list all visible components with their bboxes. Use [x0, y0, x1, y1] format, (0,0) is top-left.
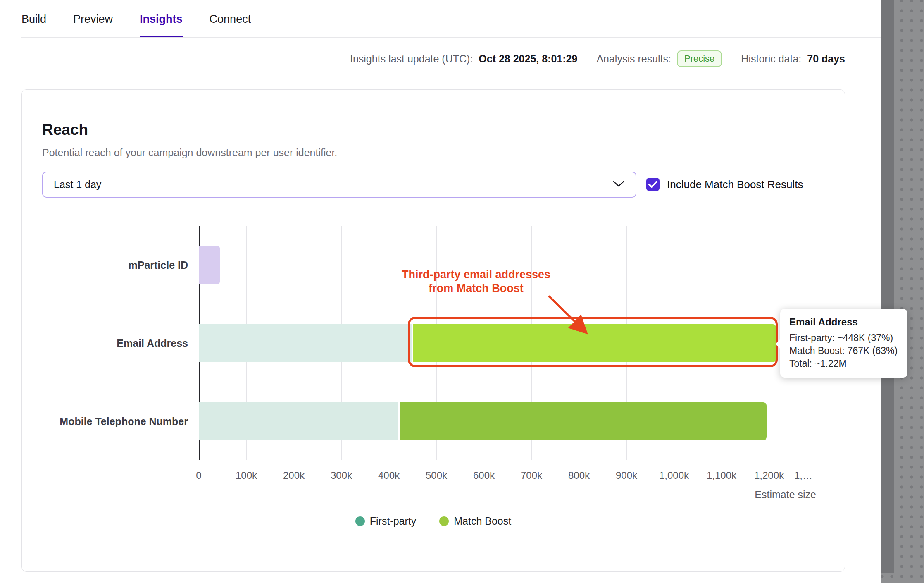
chart-legend: First-partyMatch Boost [21, 515, 845, 527]
bar-segment-first-party[interactable] [199, 402, 398, 440]
bar-segment-first-party[interactable] [199, 246, 220, 284]
tab-insights[interactable]: Insights [140, 0, 183, 37]
annotation-text: Third-party email addresses from Match B… [373, 268, 579, 295]
x-tick-label: 0 [196, 470, 201, 481]
historic-data: Historic data: 70 days [741, 53, 845, 65]
x-tick-label: 300k [331, 470, 352, 481]
x-tick-label: 500k [426, 470, 447, 481]
x-axis-title: Estimate size [692, 489, 816, 501]
tooltip-total: Total: ~1.22M [789, 357, 898, 370]
precise-badge: Precise [677, 50, 722, 67]
analysis-results: Analysis results: Precise [596, 50, 722, 67]
insights-status-row: Insights last update (UTC): Oct 28 2025,… [350, 48, 845, 69]
x-tick-label: 800k [568, 470, 590, 481]
bar-segment-first-party[interactable] [199, 324, 412, 362]
x-tick-label: 100k [236, 470, 257, 481]
include-match-boost-toggle[interactable]: Include Match Boost Results [646, 178, 803, 191]
bar-segment-match-boost[interactable] [413, 324, 776, 362]
tooltip-title: Email Address [789, 316, 898, 328]
time-range-select[interactable]: Last 1 day [42, 172, 636, 198]
reach-title: Reach [42, 121, 88, 139]
last-update: Insights last update (UTC): Oct 28 2025,… [350, 53, 577, 65]
tab-connect[interactable]: Connect [210, 0, 251, 37]
annotation-line2: from Match Boost [373, 282, 579, 295]
reach-subtitle: Potential reach of your campaign downstr… [42, 147, 337, 159]
tab-bar: Build Preview Insights Connect [21, 0, 881, 38]
legend-label: Match Boost [454, 515, 511, 527]
legend-dot-icon [355, 516, 365, 526]
historic-data-label: Historic data: [741, 53, 801, 65]
include-match-boost-label: Include Match Boost Results [667, 178, 803, 191]
x-tick-label: 200k [283, 470, 305, 481]
x-tick-label: 1,000k [659, 470, 689, 481]
category-label: Mobile Telephone Number [25, 402, 188, 440]
historic-data-value: 70 days [807, 53, 845, 65]
tooltip-first-party: First-party: ~448K (37%) [789, 332, 898, 344]
legend-item-first-party[interactable]: First-party [355, 515, 417, 527]
canvas-background [881, 0, 924, 583]
bar-segment-match-boost[interactable] [400, 402, 767, 440]
tab-build[interactable]: Build [21, 0, 46, 37]
chart-tooltip: Email Address First-party: ~448K (37%) M… [780, 309, 907, 378]
legend-item-match-boost[interactable]: Match Boost [439, 515, 511, 527]
time-range-value: Last 1 day [54, 179, 101, 191]
legend-dot-icon [439, 516, 449, 526]
legend-label: First-party [370, 515, 417, 527]
category-label: Email Address [25, 324, 188, 362]
analysis-results-label: Analysis results: [596, 53, 671, 65]
x-tick-label: 1,… [794, 470, 812, 481]
vertical-scrollbar[interactable] [881, 0, 894, 573]
x-tick-label: 1,100k [707, 470, 736, 481]
x-tick-label: 900k [616, 470, 637, 481]
x-tick-label: 600k [473, 470, 495, 481]
x-tick-label: 400k [378, 470, 400, 481]
tab-preview[interactable]: Preview [73, 0, 113, 37]
annotation-line1: Third-party email addresses [373, 268, 579, 282]
x-tick-label: 1,200k [754, 470, 784, 481]
chevron-down-icon [612, 180, 625, 189]
category-label: mParticle ID [25, 246, 188, 284]
x-tick-label: 700k [521, 470, 542, 481]
last-update-label: Insights last update (UTC): [350, 53, 473, 65]
last-update-value: Oct 28 2025, 8:01:29 [479, 53, 577, 65]
tooltip-match-boost: Match Boost: 767K (63%) [789, 344, 898, 357]
checkbox-checked-icon[interactable] [646, 178, 660, 191]
